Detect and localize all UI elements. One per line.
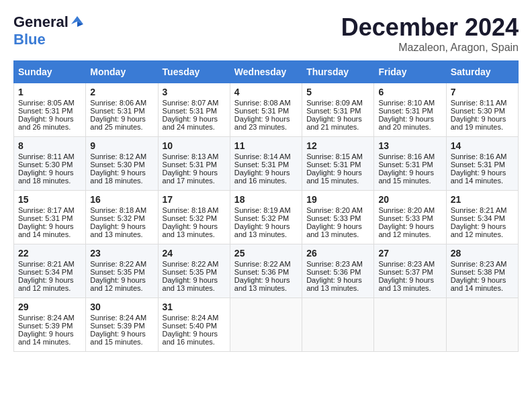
- daylight-text: Daylight: 9 hours and 13 minutes.: [234, 276, 298, 292]
- sunset-text: Sunset: 5:35 PM: [90, 268, 153, 276]
- day-number: 17: [163, 194, 226, 205]
- calendar-cell: 24Sunrise: 8:22 AMSunset: 5:35 PMDayligh…: [158, 244, 230, 298]
- calendar-cell: 11Sunrise: 8:14 AMSunset: 5:31 PMDayligh…: [230, 137, 302, 191]
- calendar-cell: 1Sunrise: 8:05 AMSunset: 5:31 PMDaylight…: [14, 83, 86, 137]
- day-number: 15: [18, 194, 81, 205]
- sunset-text: Sunset: 5:30 PM: [18, 161, 81, 169]
- daylight-text: Daylight: 9 hours and 23 minutes.: [234, 115, 298, 131]
- day-number: 18: [234, 194, 298, 205]
- sunrise-text: Sunrise: 8:09 AM: [306, 99, 369, 107]
- calendar-cell: 21Sunrise: 8:21 AMSunset: 5:34 PMDayligh…: [446, 191, 518, 244]
- calendar-cell: 18Sunrise: 8:19 AMSunset: 5:32 PMDayligh…: [230, 191, 302, 244]
- calendar-cell: 27Sunrise: 8:23 AMSunset: 5:37 PMDayligh…: [374, 244, 446, 298]
- day-header-wednesday: Wednesday: [230, 61, 302, 83]
- day-header-friday: Friday: [374, 61, 446, 83]
- day-header-monday: Monday: [86, 61, 158, 83]
- day-header-saturday: Saturday: [446, 61, 518, 83]
- day-number: 1: [18, 87, 81, 97]
- day-number: 26: [306, 248, 369, 259]
- sunset-text: Sunset: 5:31 PM: [18, 107, 81, 115]
- calendar-cell: 16Sunrise: 8:18 AMSunset: 5:32 PMDayligh…: [86, 191, 158, 244]
- daylight-text: Daylight: 9 hours and 13 minutes.: [306, 276, 369, 292]
- daylight-text: Daylight: 9 hours and 16 minutes.: [163, 330, 226, 346]
- sunrise-text: Sunrise: 8:05 AM: [18, 99, 81, 107]
- day-header-sunday: Sunday: [14, 61, 86, 83]
- calendar-cell: 28Sunrise: 8:23 AMSunset: 5:38 PMDayligh…: [446, 244, 518, 298]
- calendar-cell: 10Sunrise: 8:13 AMSunset: 5:31 PMDayligh…: [158, 137, 230, 191]
- sunrise-text: Sunrise: 8:21 AM: [18, 260, 81, 268]
- daylight-text: Daylight: 9 hours and 13 minutes.: [378, 276, 441, 292]
- calendar-week-row: 22Sunrise: 8:21 AMSunset: 5:34 PMDayligh…: [14, 244, 519, 298]
- sunrise-text: Sunrise: 8:21 AM: [451, 206, 514, 214]
- location: Mazaleon, Aragon, Spain: [341, 42, 519, 54]
- logo-blue-text: Blue: [13, 31, 46, 48]
- sunset-text: Sunset: 5:36 PM: [306, 268, 369, 276]
- sunset-text: Sunset: 5:30 PM: [451, 107, 514, 115]
- day-number: 3: [163, 87, 226, 97]
- daylight-text: Daylight: 9 hours and 13 minutes.: [90, 222, 153, 238]
- calendar-cell: 31Sunrise: 8:24 AMSunset: 5:40 PMDayligh…: [158, 298, 230, 352]
- sunrise-text: Sunrise: 8:19 AM: [234, 206, 298, 214]
- daylight-text: Daylight: 9 hours and 14 minutes.: [451, 276, 514, 292]
- sunrise-text: Sunrise: 8:12 AM: [90, 152, 153, 161]
- title-area: December 2024 Mazaleon, Aragon, Spain: [341, 13, 519, 54]
- daylight-text: Daylight: 9 hours and 12 minutes.: [90, 276, 153, 292]
- daylight-text: Daylight: 9 hours and 16 minutes.: [234, 169, 298, 185]
- day-number: 9: [90, 140, 153, 151]
- day-header-thursday: Thursday: [302, 61, 374, 83]
- daylight-text: Daylight: 9 hours and 14 minutes.: [18, 222, 81, 238]
- daylight-text: Daylight: 9 hours and 18 minutes.: [18, 169, 81, 185]
- daylight-text: Daylight: 9 hours and 15 minutes.: [378, 169, 441, 185]
- calendar-cell: 12Sunrise: 8:15 AMSunset: 5:31 PMDayligh…: [302, 137, 374, 191]
- calendar-cell: [230, 298, 302, 352]
- daylight-text: Daylight: 9 hours and 12 minutes.: [451, 222, 514, 238]
- daylight-text: Daylight: 9 hours and 13 minutes.: [163, 276, 226, 292]
- day-number: 4: [234, 87, 298, 97]
- day-number: 11: [234, 140, 298, 151]
- calendar-cell: [374, 298, 446, 352]
- day-number: 14: [451, 140, 514, 151]
- daylight-text: Daylight: 9 hours and 19 minutes.: [451, 115, 514, 131]
- calendar-cell: [302, 298, 374, 352]
- calendar-cell: 29Sunrise: 8:24 AMSunset: 5:39 PMDayligh…: [14, 298, 86, 352]
- day-number: 8: [18, 140, 81, 151]
- sunset-text: Sunset: 5:33 PM: [306, 214, 369, 222]
- day-number: 24: [163, 248, 226, 259]
- sunset-text: Sunset: 5:31 PM: [163, 107, 226, 115]
- day-number: 30: [90, 302, 153, 312]
- day-number: 21: [451, 194, 514, 205]
- day-number: 20: [378, 194, 441, 205]
- sunset-text: Sunset: 5:31 PM: [378, 107, 441, 115]
- sunset-text: Sunset: 5:31 PM: [234, 161, 298, 169]
- sunset-text: Sunset: 5:35 PM: [163, 268, 226, 276]
- calendar-cell: 13Sunrise: 8:16 AMSunset: 5:31 PMDayligh…: [374, 137, 446, 191]
- daylight-text: Daylight: 9 hours and 14 minutes.: [18, 330, 81, 346]
- sunrise-text: Sunrise: 8:10 AM: [378, 99, 441, 107]
- sunrise-text: Sunrise: 8:22 AM: [163, 260, 226, 268]
- daylight-text: Daylight: 9 hours and 24 minutes.: [163, 115, 226, 131]
- sunset-text: Sunset: 5:30 PM: [90, 161, 153, 169]
- daylight-text: Daylight: 9 hours and 21 minutes.: [306, 115, 369, 131]
- calendar-cell: 30Sunrise: 8:24 AMSunset: 5:39 PMDayligh…: [86, 298, 158, 352]
- calendar-table: SundayMondayTuesdayWednesdayThursdayFrid…: [13, 60, 519, 352]
- sunset-text: Sunset: 5:31 PM: [163, 161, 226, 169]
- sunrise-text: Sunrise: 8:22 AM: [90, 260, 153, 268]
- calendar-week-row: 15Sunrise: 8:17 AMSunset: 5:31 PMDayligh…: [14, 191, 519, 244]
- sunrise-text: Sunrise: 8:16 AM: [451, 152, 514, 161]
- sunset-text: Sunset: 5:39 PM: [18, 322, 81, 330]
- daylight-text: Daylight: 9 hours and 26 minutes.: [18, 115, 81, 131]
- logo: General Blue: [13, 13, 86, 48]
- day-number: 5: [306, 87, 369, 97]
- day-number: 12: [306, 140, 369, 151]
- sunset-text: Sunset: 5:31 PM: [90, 107, 153, 115]
- sunset-text: Sunset: 5:34 PM: [18, 268, 81, 276]
- daylight-text: Daylight: 9 hours and 13 minutes.: [234, 222, 298, 238]
- calendar-cell: 25Sunrise: 8:22 AMSunset: 5:36 PMDayligh…: [230, 244, 302, 298]
- day-number: 27: [378, 248, 441, 259]
- day-number: 13: [378, 140, 441, 151]
- day-number: 10: [163, 140, 226, 151]
- calendar-week-row: 1Sunrise: 8:05 AMSunset: 5:31 PMDaylight…: [14, 83, 519, 137]
- sunrise-text: Sunrise: 8:20 AM: [378, 206, 441, 214]
- sunset-text: Sunset: 5:32 PM: [90, 214, 153, 222]
- calendar-cell: 15Sunrise: 8:17 AMSunset: 5:31 PMDayligh…: [14, 191, 86, 244]
